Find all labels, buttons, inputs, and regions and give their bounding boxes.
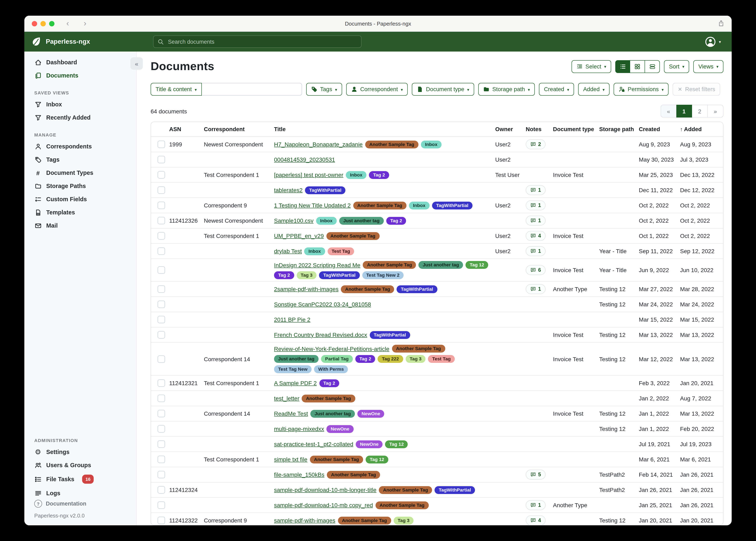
tag-chip[interactable]: NewOne [356,440,383,448]
filter-created-button[interactable]: Created▾ [539,83,574,96]
tag-chip[interactable]: Tag 12 [366,455,388,463]
notes-badge[interactable]: 4 [526,515,546,525]
sidebar-item-templates[interactable]: Templates [24,206,136,219]
notes-badge[interactable]: 6 [526,265,546,275]
filter-permissions-button[interactable]: Permissions▾ [614,83,669,96]
tag-chip[interactable]: Another Sample Tag [392,345,445,352]
sidebar-item-documentation[interactable]: ? Documentation [34,500,136,508]
notes-badge[interactable]: 2 [526,139,546,149]
tag-chip[interactable]: NewOne [327,425,353,433]
pagination-next-button[interactable]: » [708,105,723,118]
sidebar-item-correspondents[interactable]: Correspondents [24,140,136,153]
sidebar-item-settings[interactable]: ⚙Settings [24,445,136,458]
column-header-correspondent[interactable]: Correspondent [204,122,274,137]
row-checkbox[interactable] [158,202,165,209]
column-header-storage-path[interactable]: Storage path [599,122,639,137]
grid-view-button[interactable] [630,60,645,73]
pagination-prev-button[interactable]: « [661,105,676,118]
document-link[interactable]: Sonstige ScanPC2022 03-24_081058 [274,301,371,307]
title-content-filter-input[interactable] [202,83,302,96]
notes-badge[interactable]: 1 [526,284,546,294]
row-checkbox[interactable] [158,267,165,274]
document-link[interactable]: sample-pdf-download-10-mb-longer-title [274,487,376,493]
document-link[interactable]: UM_PPBE_en_v29 [274,233,324,239]
column-header-title[interactable]: Title [274,122,495,137]
row-checkbox[interactable] [158,440,165,448]
tag-chip[interactable]: NewOne [357,410,384,417]
tag-chip[interactable]: Inbox [421,140,442,148]
tag-chip[interactable]: TagWithPartial [370,331,410,339]
filter-tags-button[interactable]: Tags▾ [306,83,342,96]
filter-reset-filters-button[interactable]: ✕Reset filters [673,83,720,96]
tag-chip[interactable]: Another Sample Tag [341,285,394,293]
document-link[interactable]: 0004814539_20230531 [274,156,335,163]
document-link[interactable]: InDesign 2022 Scripting Read Me [274,262,360,268]
column-header-owner[interactable]: Owner [495,122,526,137]
row-checkbox[interactable] [158,248,165,255]
notes-badge[interactable]: 1 [526,246,546,256]
user-menu[interactable]: ▾ [705,36,721,47]
tag-chip[interactable]: Tag 12 [385,440,408,448]
document-link[interactable]: 1 Testing New Title Updated 2 [274,202,351,209]
row-checkbox[interactable] [158,355,165,363]
sort-button[interactable]: Sort ▾ [664,60,689,73]
sidebar-item-dashboard[interactable]: Dashboard [24,56,136,69]
tag-chip[interactable]: Another Sample Tag [310,455,363,463]
tag-chip[interactable]: TagWithPartial [319,271,360,279]
column-header-document-type[interactable]: Document type [553,122,599,137]
card-view-button[interactable] [645,60,660,73]
tag-chip[interactable]: Tag 2 [274,271,294,279]
tag-chip[interactable]: Tag 2 [355,355,375,363]
filter-added-button[interactable]: Added▾ [578,83,610,96]
column-header-asn[interactable]: ASN [169,122,204,137]
column-header-created[interactable]: Created [639,122,680,137]
search-input[interactable] [167,38,357,45]
column-header-notes[interactable]: Notes [526,122,553,137]
notes-badge[interactable]: 1 [526,185,546,195]
document-link[interactable]: Review-of-New-York-Federal-Petitions-art… [274,345,389,352]
tag-chip[interactable]: Another Sample Tag [353,202,406,209]
tag-chip[interactable]: Test Tag New [274,365,312,373]
row-checkbox[interactable] [158,410,165,417]
tag-chip[interactable]: With Perms [314,365,348,373]
share-icon[interactable] [718,20,724,27]
tag-chip[interactable]: Tag 2 [319,379,339,387]
filter-correspondent-button[interactable]: Correspondent▾ [346,83,408,96]
tag-chip[interactable]: Inbox [346,171,366,179]
document-link[interactable]: 2sample-pdf-with-images [274,286,339,292]
select-button[interactable]: Select ▾ [571,60,611,73]
sidebar-item-inbox[interactable]: Inbox [24,98,136,111]
tag-chip[interactable]: Another Sample Tag [326,232,379,240]
tag-chip[interactable]: Test Tag [428,355,455,363]
tag-chip[interactable]: Tag 2 [386,217,406,225]
sidebar-item-mail[interactable]: Mail [24,219,136,232]
document-link[interactable]: French Country Bread Revised.docx [274,331,367,338]
tag-chip[interactable]: Another Sample Tag [379,486,432,494]
filter-storage-path-button[interactable]: Storage path▾ [478,83,535,96]
row-checkbox[interactable] [158,456,165,463]
sidebar-item-documents[interactable]: Documents [24,69,136,82]
notes-badge[interactable]: 1 [526,201,546,210]
tag-chip[interactable]: Tag 3 [296,271,317,279]
document-link[interactable]: [paperless] test post-owner [274,172,343,178]
row-checkbox[interactable] [158,171,165,179]
tag-chip[interactable]: Just another tag [274,355,319,363]
tag-chip[interactable]: Tag 2 [369,171,389,179]
tag-chip[interactable]: Test Tag New 2 [362,271,404,279]
row-checkbox[interactable] [158,316,165,323]
tag-chip[interactable]: Just another tag [339,217,384,225]
tag-chip[interactable]: TagWithPartial [432,202,473,209]
document-link[interactable]: simple txt file [274,456,307,463]
document-link[interactable]: multi-page-mixedxx [274,425,324,432]
tag-chip[interactable]: Another Sample Tag [365,140,418,148]
brand[interactable]: Paperless-ngx [31,36,90,47]
tag-chip[interactable]: Inbox [304,247,325,255]
sidebar-item-file-tasks[interactable]: File Tasks16 [24,472,136,487]
document-link[interactable]: test_letter [274,395,299,402]
tag-chip[interactable]: TagWithPartial [397,285,437,293]
row-checkbox[interactable] [158,425,165,432]
document-link[interactable]: drylab Test [274,248,302,255]
sidebar-collapse-button[interactable]: « [130,57,143,70]
sidebar-item-logs[interactable]: Logs [24,487,136,500]
pagination-page-2[interactable]: 2 [692,105,708,118]
